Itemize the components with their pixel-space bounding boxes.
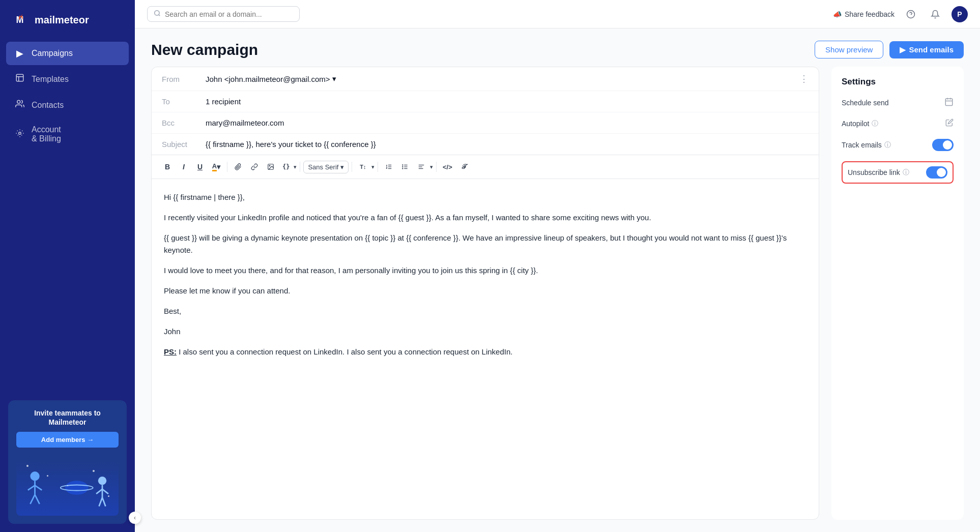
body-line-0: Hi {{ firstname | there }}, <box>164 191 806 203</box>
font-family-label: Sans Serif <box>308 163 338 171</box>
clear-format-button[interactable]: 𝒯̶ <box>456 159 471 174</box>
autopilot-info-icon[interactable]: ⓘ <box>872 119 878 128</box>
sidebar-item-account-billing[interactable]: Account& Billing <box>6 119 129 150</box>
track-emails-info-icon[interactable]: ⓘ <box>884 140 891 150</box>
autopilot-row: Autopilot ⓘ <box>842 119 954 129</box>
notifications-icon[interactable] <box>927 6 943 22</box>
settings-title: Settings <box>842 77 954 87</box>
autopilot-label: Autopilot ⓘ <box>842 119 878 128</box>
variable-button[interactable]: {} <box>279 159 293 174</box>
body-line-3: I would love to meet you there, and for … <box>164 264 806 277</box>
invite-title: Invite teammates to Mailmeteor <box>16 408 119 427</box>
illustration-svg <box>16 460 119 516</box>
code-button[interactable]: </> <box>440 159 455 174</box>
sidebar-item-account-billing-label: Account& Billing <box>32 125 61 143</box>
search-box[interactable] <box>147 6 300 22</box>
ordered-list-button[interactable] <box>381 159 396 174</box>
unordered-list-button[interactable] <box>397 159 413 174</box>
from-dropdown[interactable]: John <john.mailmeteor@gmail.com> ▾ <box>206 74 336 83</box>
megaphone-icon: 📣 <box>833 10 842 18</box>
unsubscribe-link-toggle[interactable] <box>926 166 947 179</box>
svg-point-6 <box>19 132 21 134</box>
mailmeteor-logo-icon: M <box>10 10 30 29</box>
sidebar-logo-text: mailmeteor <box>35 14 89 26</box>
svg-line-11 <box>30 495 35 504</box>
search-icon <box>154 10 161 18</box>
sidebar-item-templates[interactable]: Templates <box>6 67 129 91</box>
sidebar-item-campaigns[interactable]: ▶ Campaigns <box>6 42 129 65</box>
track-emails-row: Track emails ⓘ <box>842 139 954 151</box>
contacts-icon <box>14 99 25 111</box>
send-emails-button[interactable]: ▶ Send emails <box>889 41 964 58</box>
bcc-label: Bcc <box>162 119 197 127</box>
svg-point-7 <box>30 471 39 481</box>
svg-line-9 <box>28 485 35 490</box>
add-members-button[interactable]: Add members → <box>16 432 119 448</box>
sidebar-navigation: ▶ Campaigns Templates Contacts Account& … <box>0 42 135 392</box>
subject-value[interactable]: {{ firstname }}, here's your ticket to {… <box>206 140 809 149</box>
body-line-2: {{ guest }} will be giving a dynamic key… <box>164 232 806 256</box>
calendar-icon[interactable] <box>944 97 954 108</box>
to-field: To 1 recipient <box>152 91 819 112</box>
unsubscribe-info-icon[interactable]: ⓘ <box>903 168 909 177</box>
italic-button[interactable]: I <box>176 159 191 174</box>
body-line-5: Best, <box>164 305 806 317</box>
email-body[interactable]: Hi {{ firstname | there }}, I recently v… <box>152 179 819 519</box>
svg-point-34 <box>402 166 403 167</box>
to-value: 1 recipient <box>206 97 809 106</box>
from-label: From <box>162 75 197 83</box>
body-line-4: Please let me know if you can attend. <box>164 285 806 297</box>
svg-line-22 <box>159 15 160 16</box>
svg-point-15 <box>98 477 106 485</box>
link-button[interactable] <box>247 159 262 174</box>
svg-point-35 <box>402 168 403 169</box>
text-size-button[interactable]: T↕ <box>355 159 370 174</box>
svg-point-5 <box>17 100 20 103</box>
sidebar-item-contacts[interactable]: Contacts <box>6 93 129 117</box>
track-emails-toggle[interactable] <box>932 139 954 151</box>
svg-point-13 <box>65 481 89 494</box>
from-field: From John <john.mailmeteor@gmail.com> ▾ … <box>152 67 819 91</box>
color-dropdown-icon: ▾ <box>217 163 220 171</box>
toolbar-separator-4 <box>378 162 378 172</box>
to-label: To <box>162 97 197 106</box>
attachment-button[interactable] <box>230 159 246 174</box>
bcc-value: mary@mailmeteor.com <box>206 119 809 127</box>
text-color-button[interactable]: A ▾ <box>209 159 224 174</box>
svg-rect-2 <box>16 74 23 81</box>
toolbar-separator-3 <box>352 162 352 172</box>
unsubscribe-link-row: Unsubscribe link ⓘ <box>842 161 954 184</box>
svg-line-17 <box>96 489 102 494</box>
subject-label: Subject <box>162 140 197 149</box>
font-family-dropdown[interactable]: Sans Serif ▾ <box>303 161 349 173</box>
sidebar-collapse-button[interactable]: ‹ <box>129 512 141 524</box>
search-input[interactable] <box>165 10 293 18</box>
email-composer: From John <john.mailmeteor@gmail.com> ▾ … <box>151 67 819 520</box>
svg-line-12 <box>35 495 40 504</box>
avatar[interactable]: P <box>952 6 968 22</box>
pencil-icon[interactable] <box>945 119 954 129</box>
align-button[interactable] <box>414 159 429 174</box>
more-options-icon[interactable]: ⋮ <box>799 73 809 84</box>
share-feedback-button[interactable]: 📣 Share feedback <box>833 10 895 18</box>
sidebar-item-campaigns-label: Campaigns <box>32 49 73 58</box>
subject-field: Subject {{ firstname }}, here's your tic… <box>152 134 819 155</box>
underline-button[interactable]: U <box>192 159 208 174</box>
svg-line-20 <box>102 497 105 506</box>
header-actions: Show preview ▶ Send emails <box>815 41 964 58</box>
variable-dropdown-icon[interactable]: ▾ <box>294 164 297 170</box>
body-line-1: I recently visited your LinkedIn profile… <box>164 212 806 224</box>
help-icon[interactable] <box>903 6 919 22</box>
settings-panel: Settings Schedule send Autopilot ⓘ <box>831 67 964 520</box>
content-header: New campaign Show preview ▶ Send emails <box>135 28 980 67</box>
image-button[interactable] <box>263 159 278 174</box>
bold-button[interactable]: B <box>160 159 175 174</box>
unsubscribe-link-label: Unsubscribe link ⓘ <box>848 168 909 177</box>
schedule-send-row: Schedule send <box>842 97 954 108</box>
show-preview-button[interactable]: Show preview <box>815 41 883 58</box>
align-dropdown-icon[interactable]: ▾ <box>430 164 433 170</box>
svg-point-26 <box>269 165 270 166</box>
body-ps: PS: I also sent you a connection request… <box>164 346 806 358</box>
text-size-dropdown-icon[interactable]: ▾ <box>371 164 374 170</box>
svg-line-10 <box>35 485 42 490</box>
